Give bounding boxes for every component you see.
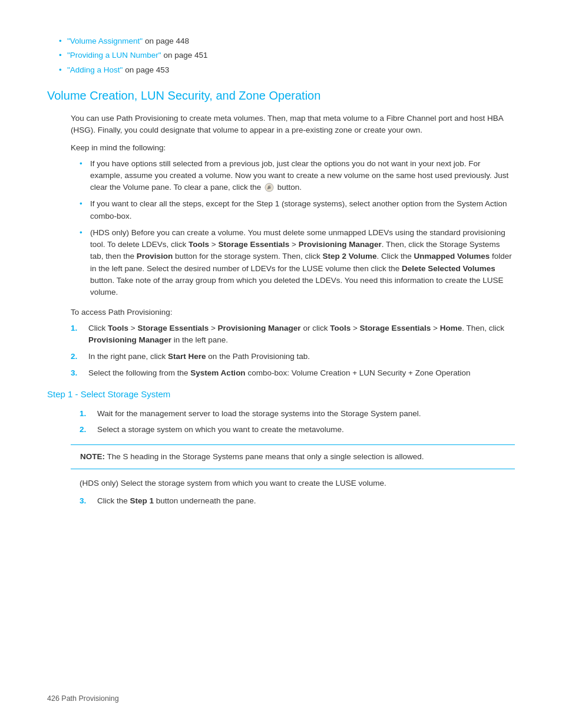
tools-bold-1: Tools [189,240,209,249]
provisioning-manager-bold-2: Provisioning Manager [218,324,301,332]
access-steps-list: 1. Click Tools > Storage Essentials > Pr… [47,322,515,380]
tools-bold-2: Tools [108,324,128,332]
providing-lun-link[interactable]: "Providing a LUN Number" [67,51,161,60]
top-bullet-list: "Volume Assignment" on page 448 "Providi… [47,35,515,76]
hds-only-text: (HDS only) Select the storage system fro… [47,477,515,489]
step1-heading: Step 1 - Select Storage System [47,388,515,401]
provision-bold: Provision [137,252,173,261]
storage-essentials-bold-3: Storage Essentials [360,324,431,332]
providing-lun-page: on page 451 [161,51,208,60]
note-text: The S heading in the Storage Systems pan… [105,452,424,461]
content-list: If you have options still selected from … [47,158,515,299]
start-here-bold: Start Here [168,352,206,361]
volume-assignment-page: on page 448 [143,37,189,45]
to-access-text: To access Path Provisioning: [47,307,515,318]
step1-list: 1. Wait for the management server to loa… [47,408,515,436]
access-step-3-text: Select the following from the System Act… [88,368,471,377]
step3-num: 3. [80,495,86,507]
section-heading: Volume Creation, LUN Security, and Zone … [47,87,515,104]
step1-num-1: 1. [80,408,86,420]
provisioning-manager-bold-3: Provisioning Manager [88,335,171,344]
bullet3-text: (HDS only) Before you can create a volum… [90,228,512,297]
top-bullet-item-2: "Providing a LUN Number" on page 451 [59,50,515,61]
delete-selected-bold: Delete Selected Volumes [402,264,495,273]
volume-assignment-link[interactable]: "Volume Assignment" [67,37,143,45]
content-list-item-1: If you have options still selected from … [80,158,515,194]
access-step-2: 2. In the right pane, click Start Here o… [71,351,515,363]
content-list-item-3: (HDS only) Before you can create a volum… [80,227,515,299]
step3-list: 3. Click the Step 1 button underneath th… [47,495,515,507]
bullet2-text: If you want to clear all the steps, exce… [90,199,507,220]
step1-num-2: 2. [80,424,86,436]
intro-paragraph: You can use Path Provisioning to create … [47,113,515,137]
top-bullet-item-3: "Adding a Host" on page 453 [59,64,515,76]
step-num-1: 1. [71,322,77,334]
access-step-3: 3. Select the following from the System … [71,367,515,379]
step2-volume-bold: Step 2 Volume [322,252,376,261]
access-step-2-text: In the right pane, click Start Here on t… [88,352,310,361]
content-list-item-2: If you want to clear all the steps, exce… [80,198,515,222]
system-action-bold: System Action [190,368,245,377]
note-box: NOTE: The S heading in the Storage Syste… [71,444,515,469]
keep-in-mind-text: Keep in mind the following: [47,142,515,154]
step1-item-1: 1. Wait for the management server to loa… [80,408,515,420]
tools-bold-3: Tools [330,324,351,332]
storage-essentials-bold-1: Storage Essentials [218,240,289,249]
adding-host-link[interactable]: "Adding a Host" [67,65,123,74]
pencil-icon [265,183,274,192]
footer: 426 Path Provisioning [47,693,119,704]
bullet1-text-after: button. [277,183,302,192]
access-step-1: 1. Click Tools > Storage Essentials > Pr… [71,322,515,347]
note-label: NOTE: [80,452,105,461]
step1-item-1-text: Wait for the management server to load t… [97,409,421,418]
home-bold: Home [440,324,462,332]
unmapped-volumes-bold: Unmapped Volumes [414,252,490,261]
top-bullet-item-1: "Volume Assignment" on page 448 [59,35,515,47]
step3-item: 3. Click the Step 1 button underneath th… [80,495,515,507]
storage-essentials-bold-2: Storage Essentials [137,324,209,332]
step3-text: Click the Step 1 button underneath the p… [97,496,256,505]
step-num-2: 2. [71,351,77,363]
step1-item-2-text: Select a storage system on which you wan… [97,425,344,434]
page: "Volume Assignment" on page 448 "Providi… [0,0,562,728]
adding-host-page: on page 453 [123,65,169,74]
step1-item-2: 2. Select a storage system on which you … [80,424,515,436]
access-step-1-text: Click Tools > Storage Essentials > Provi… [88,324,504,344]
provisioning-manager-bold-1: Provisioning Manager [299,240,382,249]
step-num-3: 3. [71,367,77,379]
step1-bold: Step 1 [130,496,154,505]
